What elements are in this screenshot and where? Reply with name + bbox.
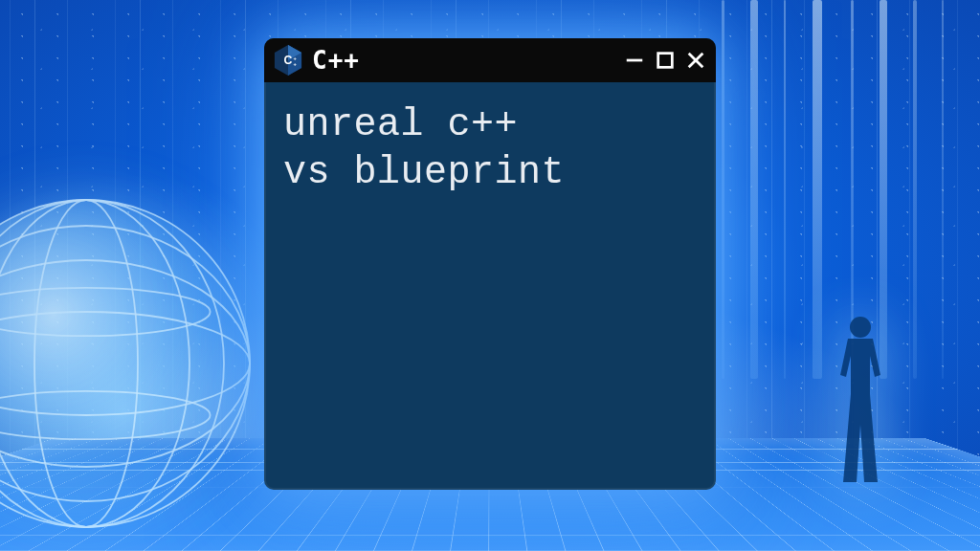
svg-point-10 bbox=[850, 317, 871, 338]
maximize-button[interactable] bbox=[655, 50, 676, 71]
window-content: unreal c++ vs blueprint bbox=[264, 82, 716, 216]
headline-text: unreal c++ vs blueprint bbox=[283, 101, 697, 197]
svg-text:C: C bbox=[284, 55, 293, 68]
terminal-window: C + + C++ unreal c++ vs blueprint bbox=[264, 38, 716, 490]
window-title: C++ bbox=[312, 46, 360, 75]
cpp-icon: C + + bbox=[274, 44, 302, 77]
titlebar[interactable]: C + + C++ bbox=[264, 38, 716, 82]
svg-rect-18 bbox=[658, 54, 673, 68]
man-silhouette bbox=[827, 312, 894, 484]
close-button[interactable] bbox=[685, 50, 706, 71]
window-controls bbox=[624, 50, 706, 71]
globe-wireframe bbox=[0, 191, 258, 536]
minimize-button[interactable] bbox=[624, 50, 645, 71]
svg-point-0 bbox=[0, 200, 250, 527]
